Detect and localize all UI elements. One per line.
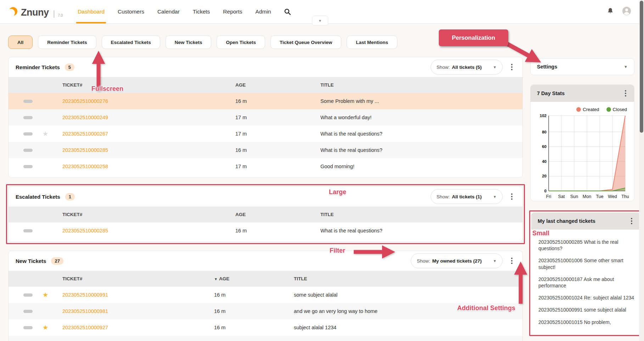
dashboard-collapse-toggle[interactable]: ▼: [312, 16, 328, 26]
show-filter-dropdown[interactable]: Show: All tickets (5) ▼: [431, 60, 503, 75]
widget-settings-kebab-icon[interactable]: [623, 89, 628, 98]
show-filter-dropdown[interactable]: Show: All tickets (1) ▼: [431, 189, 503, 204]
widget-settings-kebab-icon[interactable]: [510, 192, 514, 201]
ticket-link[interactable]: 2023052510000258: [62, 164, 108, 169]
ticket-age: 17 m: [229, 115, 314, 120]
col-title[interactable]: TITLE: [287, 276, 522, 281]
col-ticket[interactable]: TICKET#: [62, 276, 208, 281]
filter-pill[interactable]: New Tickets: [166, 35, 212, 49]
last-changed-ticket-link[interactable]: 2023052510001015 No problem,: [538, 319, 634, 325]
notifications-bell-icon[interactable]: [606, 7, 614, 16]
table-header: TICKET# ▼AGE TITLE: [9, 271, 522, 287]
ticket-age: 16 m: [208, 292, 287, 298]
last-changed-ticket-link[interactable]: 2023052510000991 some subject alalal: [538, 307, 634, 313]
nav-item[interactable]: Reports: [223, 0, 242, 23]
table-row[interactable]: 2023052510000285 16 m What is the real q…: [9, 142, 522, 158]
count-badge: 1: [65, 193, 75, 200]
brand-separator: |: [53, 10, 55, 17]
ticket-link[interactable]: 2023052510000267: [62, 131, 108, 137]
znuny-logo[interactable]: Znuny | 7.0: [8, 6, 63, 17]
settings-panel-toggle[interactable]: Settings ▼: [530, 58, 634, 75]
nav-item[interactable]: Customers: [118, 0, 144, 23]
nav-item[interactable]: Admin: [256, 0, 271, 23]
table-row[interactable]: 2023052510000981 16 m and we go an very …: [9, 303, 522, 319]
table-row[interactable]: ★ 2023052510000927 16 m subject alalal 1…: [9, 319, 522, 336]
col-title[interactable]: TITLE: [314, 212, 522, 217]
page-scrollbar-track[interactable]: [639, 0, 644, 341]
table-row[interactable]: ★ 2023052510000991 16 m some subject ala…: [9, 287, 522, 303]
filter-pill[interactable]: Last Mentions: [347, 35, 397, 49]
svg-text:20: 20: [542, 174, 547, 178]
ticket-title: What is the real questions?: [314, 147, 522, 153]
table-row[interactable]: 2023052510000249 17 m What a wonderful d…: [9, 109, 522, 126]
show-label: Show:: [437, 65, 450, 70]
znuny-swoosh-icon: [8, 6, 19, 17]
col-ticket[interactable]: TICKET#: [62, 82, 229, 88]
ticket-title: What is the real questions?: [314, 131, 522, 137]
filter-pill[interactable]: Ticket Queue Overview: [270, 35, 341, 49]
last-changed-ticket-link[interactable]: 2023052510001024 Re: subject alalal 1234: [538, 295, 634, 301]
unread-indicator-icon: [23, 293, 33, 297]
table-row[interactable]: ★ 2023052510000267 17 m What is the real…: [9, 126, 522, 142]
col-age[interactable]: AGE: [229, 212, 314, 217]
widget-settings-kebab-icon[interactable]: [629, 216, 634, 226]
main-menu: Dashboard Customers Calendar Tickets Rep…: [78, 0, 271, 23]
widget-title: Escalated Tickets: [16, 194, 60, 200]
widget-settings-kebab-icon[interactable]: [510, 62, 514, 72]
unread-indicator-icon: [23, 132, 33, 136]
table-header: TICKET# AGE TITLE: [9, 207, 522, 222]
last-changed-ticket-link[interactable]: 2023052510000187 Ask me about performanc…: [538, 276, 634, 289]
filter-pill[interactable]: Escalated Tickets: [102, 35, 160, 49]
unread-indicator-icon: [23, 149, 33, 152]
table-body: 2023052510000276 16 m Some Problem with …: [9, 93, 522, 177]
table-row[interactable]: 2023052510000276 16 m Some Problem with …: [9, 93, 522, 109]
ticket-link[interactable]: 2023052510000249: [62, 115, 108, 120]
show-filter-dropdown[interactable]: Show: My owned tickets (27) ▼: [411, 253, 503, 268]
svg-text:Sat: Sat: [558, 194, 565, 199]
unread-indicator-icon: [23, 229, 33, 232]
show-value: My owned tickets (27): [432, 258, 482, 264]
show-label: Show:: [437, 194, 450, 199]
widget-settings-kebab-icon[interactable]: [510, 256, 514, 265]
ticket-link[interactable]: 2023052510000991: [62, 292, 108, 298]
table-body: ★ 2023052510000991 16 m some subject ala…: [9, 287, 522, 341]
filter-pill[interactable]: Open Tickets: [217, 35, 265, 49]
star-icon[interactable]: ★: [38, 131, 62, 137]
chevron-down-icon: ▼: [493, 259, 497, 263]
col-ticket[interactable]: TICKET#: [62, 212, 229, 217]
ticket-title: some subject alalal: [287, 292, 522, 298]
ticket-link[interactable]: 2023052510000927: [62, 325, 108, 330]
ticket-title: What is the real questions?: [314, 228, 522, 233]
table-row[interactable]: 2023052510000285 16 m What is the real q…: [9, 222, 522, 239]
nav-item[interactable]: Dashboard: [78, 0, 105, 23]
svg-text:Mon: Mon: [583, 194, 591, 199]
last-changed-ticket-link[interactable]: 2023052510001006 Some other smart subjec…: [538, 257, 634, 270]
filter-pill[interactable]: Reminder Tickets: [38, 35, 96, 49]
user-avatar[interactable]: [622, 6, 631, 17]
ticket-link[interactable]: 2023052510000981: [62, 308, 108, 314]
brand-name: Znuny: [21, 8, 49, 17]
filter-pill[interactable]: All: [8, 35, 33, 49]
ticket-link[interactable]: 2023052510000285: [62, 228, 108, 233]
ticket-link[interactable]: 2023052510000285: [62, 147, 108, 153]
ticket-age: 17 m: [229, 131, 314, 137]
nav-item[interactable]: Calendar: [157, 0, 180, 23]
search-icon[interactable]: [284, 8, 291, 15]
nav-item[interactable]: Tickets: [193, 0, 210, 23]
svg-text:0: 0: [544, 189, 547, 193]
star-icon[interactable]: ★: [38, 324, 62, 331]
table-row[interactable]: ★ 2023052510000936 16 m and we go an ver…: [9, 336, 522, 341]
ticket-link[interactable]: 2023052510000276: [62, 98, 108, 104]
last-changed-ticket-link[interactable]: 2023052510000285 What is the real questi…: [538, 239, 634, 252]
ticket-title: Some Problem with my ...: [314, 98, 522, 104]
legend-dot-icon: [576, 107, 581, 112]
col-title[interactable]: TITLE: [314, 82, 522, 88]
star-icon[interactable]: ★: [38, 292, 62, 298]
ticket-title: What a wonderful day!: [314, 115, 522, 120]
col-age[interactable]: AGE: [229, 82, 314, 88]
col-age-sorted[interactable]: ▼AGE: [208, 276, 287, 281]
chart-legend: Created Closed: [531, 102, 634, 112]
page-scrollbar-thumb[interactable]: [640, 1, 643, 133]
unread-indicator-icon: [23, 100, 33, 103]
table-row[interactable]: 2023052510000258 17 m Good morning!: [9, 158, 522, 175]
